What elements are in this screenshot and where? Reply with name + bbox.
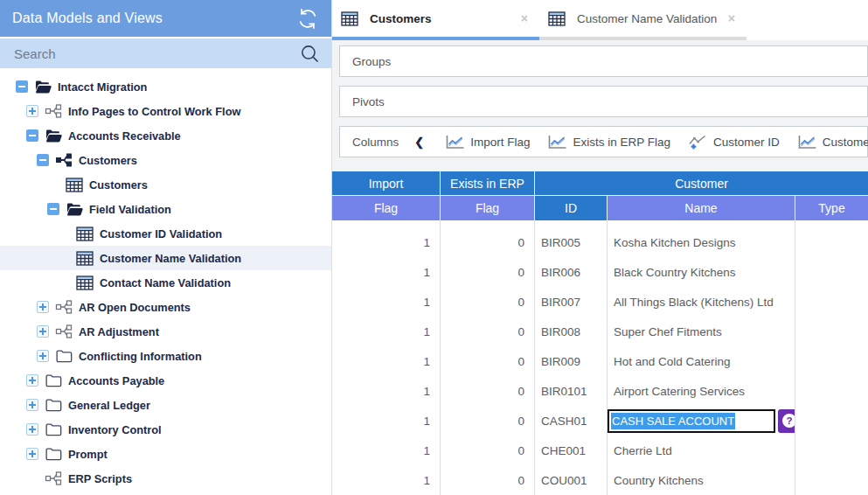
expand-toggle-icon[interactable] [26, 374, 38, 387]
column-header-import-flag[interactable]: Flag [332, 196, 441, 220]
groups-drop-zone[interactable]: Groups [339, 45, 868, 77]
cell-customer-id[interactable]: BIR007 [535, 287, 608, 317]
chevron-left-icon[interactable]: ❮ [414, 136, 424, 149]
column-header-customer-name[interactable]: Name [608, 196, 795, 220]
cell-import-flag[interactable]: 1 [332, 406, 441, 436]
cell-import-flag[interactable]: 1 [332, 227, 441, 257]
line-chart-icon [797, 135, 816, 150]
column-group-exists-in-erp[interactable]: Exists in ERP [441, 171, 535, 196]
tree-item[interactable]: ERP Scripts [0, 466, 331, 491]
tree-item[interactable]: General Ledger [0, 393, 331, 417]
cell-customer-type[interactable] [795, 436, 868, 465]
expand-toggle-icon[interactable] [47, 203, 59, 215]
close-icon[interactable]: × [517, 11, 532, 25]
cell-exists-flag[interactable]: 0 [441, 465, 535, 495]
cell-exists-flag[interactable]: 0 [441, 346, 535, 376]
refresh-icon[interactable] [296, 8, 319, 30]
cell-customer-type[interactable] [795, 227, 868, 257]
cell-exists-flag[interactable]: 0 [441, 406, 535, 436]
tree-item[interactable]: Customer ID Validation [0, 221, 331, 246]
cell-customer-type[interactable] [795, 406, 868, 436]
cell-customer-name[interactable]: Kosha Kitchen Designs CASH SALE ACCOUNT … [608, 227, 795, 257]
column-header-customer-type[interactable]: Type [795, 196, 868, 220]
cell-exists-flag[interactable]: 0 [441, 436, 535, 465]
tree-item[interactable]: Customer Name Validation [0, 246, 331, 270]
column-chip[interactable]: Customer Name [797, 135, 868, 150]
cell-exists-flag[interactable]: 0 [441, 287, 535, 317]
cell-exists-flag[interactable]: 0 [441, 227, 535, 257]
column-group-import[interactable]: Import [332, 171, 441, 196]
expand-toggle-icon[interactable] [26, 105, 38, 117]
expand-toggle-icon[interactable] [37, 350, 49, 362]
cell-customer-type[interactable] [795, 376, 868, 406]
search-input[interactable] [12, 45, 299, 62]
cell-customer-name[interactable]: CASH SALE ACCOUNT ? [608, 406, 795, 436]
tree-item[interactable]: Info Pages to Control Work Flow [0, 99, 331, 123]
cell-customer-name[interactable]: Hot and Cold Catering CASH SALE ACCOUNT … [608, 346, 795, 376]
column-header-customer-id[interactable]: ID [535, 196, 608, 220]
tree-item[interactable]: AR Adjustment [0, 319, 331, 344]
cell-import-flag[interactable]: 1 [332, 317, 441, 346]
cell-customer-type[interactable] [795, 465, 868, 495]
tree-item[interactable]: Conflicting Information [0, 344, 331, 368]
cell-customer-id[interactable]: BIR008 [535, 317, 608, 346]
expand-toggle-icon[interactable] [26, 399, 38, 411]
tree-item[interactable]: Accounts Receivable [0, 123, 331, 148]
cell-exists-flag[interactable]: 0 [441, 317, 535, 346]
tree-item[interactable]: Accounts Payable [0, 368, 331, 393]
tree-item[interactable]: Contact Name Validation [0, 270, 331, 295]
cell-customer-name[interactable]: Black Country Kitchens CASH SALE ACCOUNT… [608, 257, 795, 287]
cell-customer-type[interactable] [795, 346, 868, 376]
cell-customer-type[interactable] [795, 287, 868, 317]
cell-customer-id[interactable]: BIR009 [535, 346, 608, 376]
tree-item[interactable]: Customers [0, 148, 331, 172]
close-icon[interactable]: × [724, 11, 740, 25]
tree-item[interactable]: Inventory Control [0, 417, 331, 442]
customer-name-text: Kosha Kitchen Designs [614, 236, 736, 249]
expand-toggle-icon[interactable] [37, 325, 49, 338]
tree-item[interactable]: Field Validation [0, 197, 331, 221]
help-icon[interactable]: ? [778, 409, 795, 433]
expand-toggle-icon[interactable] [26, 448, 38, 460]
column-chip[interactable]: Import Flag [445, 135, 530, 150]
cell-customer-type[interactable] [795, 257, 868, 287]
cell-edit-input[interactable]: CASH SALE ACCOUNT [608, 409, 775, 433]
search-icon[interactable] [299, 43, 321, 65]
tree-item[interactable]: Intacct Migration [0, 74, 331, 99]
tab[interactable]: Customer Name Validation × [539, 0, 746, 40]
expand-toggle-icon[interactable] [37, 154, 49, 166]
cell-customer-id[interactable]: BIR005 [535, 227, 608, 257]
pivots-drop-zone[interactable]: Pivots [339, 86, 868, 117]
cell-customer-id[interactable]: BIR0101 [535, 376, 608, 406]
cell-import-flag[interactable]: 1 [332, 376, 441, 406]
cell-customer-id[interactable]: CHE001 [535, 436, 608, 465]
cell-customer-id[interactable]: COU001 [535, 465, 608, 495]
cell-customer-name[interactable]: Cherrie Ltd CASH SALE ACCOUNT ? [608, 436, 795, 465]
cell-customer-id[interactable]: CASH01 [535, 406, 608, 436]
cell-customer-name[interactable]: Airport Catering Services CASH SALE ACCO… [608, 376, 795, 406]
expand-toggle-icon[interactable] [26, 423, 38, 436]
cell-import-flag[interactable]: 1 [332, 436, 441, 465]
expand-toggle-icon[interactable] [26, 129, 38, 142]
cell-exists-flag[interactable]: 0 [441, 376, 535, 406]
cell-exists-flag[interactable]: 0 [441, 257, 535, 287]
column-group-customer[interactable]: Customer [535, 171, 868, 196]
column-chip[interactable]: Customer ID [688, 135, 780, 150]
expand-toggle-icon[interactable] [16, 80, 28, 93]
column-header-exists-flag[interactable]: Flag [441, 196, 535, 220]
tree-item[interactable]: Customers [0, 172, 331, 197]
cell-customer-name[interactable]: Country Kitchens CASH SALE ACCOUNT ? [608, 465, 795, 495]
cell-import-flag[interactable]: 1 [332, 287, 441, 317]
cell-customer-name[interactable]: All Things Black (Kitchens) Ltd CASH SAL… [608, 287, 795, 317]
tab[interactable]: Customers × [332, 0, 539, 40]
expand-toggle-icon[interactable] [37, 301, 49, 313]
cell-customer-type[interactable] [795, 317, 868, 346]
cell-import-flag[interactable]: 1 [332, 465, 441, 495]
cell-customer-name[interactable]: Super Chef Fitments CASH SALE ACCOUNT ? [608, 317, 795, 346]
tree-item[interactable]: Prompt [0, 442, 331, 466]
column-chip[interactable]: Exists in ERP Flag [547, 135, 670, 150]
cell-import-flag[interactable]: 1 [332, 257, 441, 287]
tree-item[interactable]: AR Open Documents [0, 295, 331, 319]
cell-customer-id[interactable]: BIR006 [535, 257, 608, 287]
cell-import-flag[interactable]: 1 [332, 346, 441, 376]
